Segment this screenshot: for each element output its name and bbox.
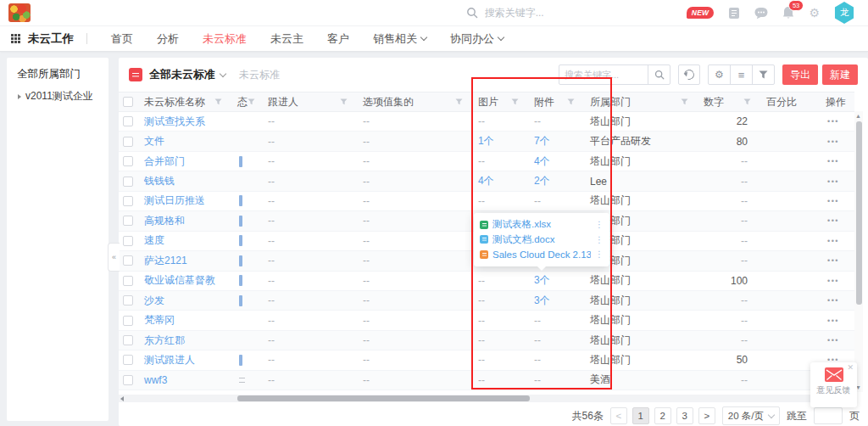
row-actions-button[interactable]: ••• (819, 272, 854, 290)
file-row[interactable]: Sales Cloud Deck 2.13 with s...⋮ (480, 247, 604, 262)
images-count[interactable]: 4个 (471, 171, 527, 190)
sidebar-collapse-handle[interactable]: « (108, 243, 120, 272)
table-row[interactable]: 钱钱钱----4个2个Lee--••• (119, 171, 854, 191)
filter-funnel-icon[interactable] (743, 98, 751, 105)
row-checkbox[interactable] (123, 316, 133, 326)
attachments-count[interactable]: 3个 (527, 272, 583, 290)
row-checkbox[interactable] (123, 355, 133, 365)
list-search-input[interactable] (559, 70, 648, 80)
record-link[interactable]: 测试跟进人 (144, 353, 195, 367)
attachments-count[interactable]: 4个 (527, 152, 583, 171)
row-checkbox[interactable] (123, 375, 133, 385)
row-checkbox[interactable] (123, 276, 133, 286)
sidebar-title[interactable]: 全部所属部门 (7, 58, 108, 87)
chevron-down-icon[interactable] (220, 70, 226, 76)
new-badge[interactable]: NEW (687, 7, 715, 19)
row-checkbox[interactable] (123, 116, 133, 126)
table-row[interactable]: 沙发------3个塔山部门--••• (119, 291, 854, 311)
table-row[interactable]: 测试日历推送--------塔山部门--••• (119, 192, 854, 211)
list-search[interactable] (559, 64, 670, 85)
filter-funnel-icon[interactable] (455, 98, 463, 105)
caret-right-icon[interactable] (18, 94, 21, 99)
file-more-icon[interactable]: ⋮ (595, 220, 604, 229)
search-button[interactable] (648, 65, 670, 84)
page-size-select[interactable]: 20 条/页 (722, 406, 780, 425)
filter-funnel-icon[interactable] (214, 98, 222, 105)
row-checkbox[interactable] (123, 295, 133, 305)
record-link[interactable]: wwf3 (144, 374, 167, 386)
app-grid-icon[interactable] (11, 34, 20, 43)
row-checkbox[interactable] (123, 236, 133, 246)
columns-button[interactable]: ≡ (730, 65, 752, 84)
nav-item[interactable]: 分析 (157, 31, 179, 47)
export-button[interactable]: 导出 (782, 64, 818, 85)
nav-item[interactable]: 未云主 (270, 31, 303, 47)
table-row[interactable]: 梵蒂冈--------塔山部门--••• (119, 311, 854, 330)
horizontal-scrollbar[interactable] (119, 395, 854, 402)
table-row[interactable]: 东方红郡--------塔山部门--••• (119, 331, 854, 350)
vertical-scroll-thumb[interactable] (856, 121, 862, 305)
table-row[interactable]: wwf3--------美酒--••• (119, 371, 854, 390)
attachments-count[interactable]: 2个 (527, 171, 583, 190)
record-link[interactable]: 高规格和 (144, 214, 185, 228)
settings-button[interactable]: ⚙ (709, 65, 730, 84)
row-checkbox[interactable] (123, 137, 133, 147)
page-button[interactable]: 2 (654, 407, 671, 424)
file-more-icon[interactable]: ⋮ (595, 249, 604, 259)
row-actions-button[interactable]: ••• (819, 112, 854, 131)
filter-button[interactable] (752, 65, 774, 84)
page-button[interactable]: 3 (676, 407, 693, 424)
file-name-link[interactable]: Sales Cloud Deck 2.13 with s... (492, 249, 591, 260)
file-name-link[interactable]: 测试文档.docx (492, 233, 591, 246)
horizontal-scroll-thumb[interactable] (237, 395, 530, 401)
file-row[interactable]: 测试表格.xlsx⋮ (480, 217, 604, 233)
row-checkbox[interactable] (123, 255, 133, 266)
filter-funnel-icon[interactable] (681, 98, 688, 105)
scroll-left-icon[interactable] (120, 396, 124, 401)
row-actions-button[interactable]: ••• (819, 211, 854, 230)
file-more-icon[interactable]: ⋮ (595, 235, 604, 244)
row-actions-button[interactable]: ••• (819, 311, 854, 329)
row-checkbox[interactable] (123, 156, 133, 166)
chat-icon[interactable] (754, 7, 768, 20)
row-actions-button[interactable]: ••• (819, 291, 854, 310)
select-all-checkbox[interactable] (123, 97, 133, 107)
view-title[interactable]: 全部未云标准 (149, 67, 215, 82)
row-checkbox[interactable] (123, 177, 133, 187)
record-link[interactable]: 东方红郡 (144, 334, 185, 348)
file-name-link[interactable]: 测试表格.xlsx (492, 218, 591, 231)
attachments-count[interactable]: 3个 (527, 291, 583, 310)
table-row[interactable]: 测试查找关系--------塔山部门22••• (119, 112, 854, 132)
prev-page-button[interactable]: < (610, 407, 627, 424)
gear-icon[interactable]: ⚙ (809, 7, 820, 19)
row-actions-button[interactable]: ••• (819, 171, 854, 190)
row-actions-button[interactable]: ••• (819, 331, 854, 350)
attachments-count[interactable]: 7个 (527, 132, 583, 150)
feedback-widget[interactable]: ✕ 意见反馈 (810, 362, 857, 407)
nav-item[interactable]: 协同办公 (450, 31, 504, 47)
avatar[interactable]: 龙 (834, 2, 854, 24)
record-link[interactable]: 梵蒂冈 (144, 313, 175, 328)
record-link[interactable]: 文件 (144, 134, 164, 149)
nav-item[interactable]: 销售相关 (373, 31, 426, 47)
record-link[interactable]: 敬业诚信基督教 (144, 273, 215, 288)
table-row[interactable]: 测试跟进人--------塔山部门50••• (119, 350, 854, 370)
table-row[interactable]: 文件----1个7个平台产品研发80••• (119, 132, 854, 151)
record-link[interactable]: 速度 (144, 233, 164, 248)
filter-funnel-icon[interactable] (511, 98, 519, 105)
images-count[interactable]: 1个 (471, 132, 527, 150)
page-button[interactable]: 1 (632, 407, 649, 424)
vertical-scrollbar[interactable]: ▲ ▼ (854, 111, 863, 392)
row-checkbox[interactable] (123, 335, 133, 345)
nav-item[interactable]: 客户 (327, 31, 349, 47)
scroll-up-icon[interactable]: ▲ (855, 113, 861, 119)
record-link[interactable]: 萨达2121 (144, 254, 187, 268)
row-actions-button[interactable]: ••• (819, 251, 854, 270)
table-row[interactable]: 敬业诚信基督教------3个塔山部门100••• (119, 272, 854, 291)
row-actions-button[interactable]: ••• (819, 132, 854, 150)
notebook-icon[interactable] (728, 7, 740, 20)
row-checkbox[interactable] (123, 216, 133, 226)
create-button[interactable]: 新建 (822, 64, 858, 85)
record-link[interactable]: 测试查找关系 (144, 115, 205, 129)
row-actions-button[interactable]: ••• (819, 152, 854, 171)
